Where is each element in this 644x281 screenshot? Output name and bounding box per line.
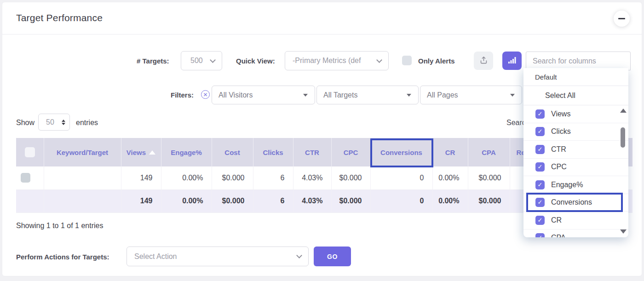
cell-cr: 0.00% xyxy=(432,166,468,189)
checked-checkbox-icon[interactable]: ✓ xyxy=(535,233,545,237)
visitors-filter-value: All Visitors xyxy=(212,91,303,99)
chevron-down-icon xyxy=(210,57,216,63)
column-header-ctr[interactable]: CTR xyxy=(293,138,331,166)
chevron-down-icon xyxy=(296,252,302,258)
column-header-views[interactable]: Views xyxy=(121,138,161,166)
totals-cpc: $0.000 xyxy=(331,189,370,212)
column-header-cpc[interactable]: CPC xyxy=(331,138,370,166)
checked-checkbox-icon[interactable]: ✓ xyxy=(535,145,545,154)
caret-down-icon xyxy=(510,94,515,97)
targets-filter-value: All Targets xyxy=(317,91,407,99)
page-length-spinner[interactable]: 50 xyxy=(38,114,70,131)
totals-cr: 0.00% xyxy=(432,189,468,212)
export-upload-icon xyxy=(479,56,488,66)
menu-item-clicks[interactable]: ✓ Clicks xyxy=(523,123,628,141)
menu-preset-item[interactable]: Default xyxy=(523,68,628,86)
pages-filter-value: All Pages xyxy=(420,91,510,99)
totals-cost: $0.000 xyxy=(212,189,253,212)
checked-checkbox-icon[interactable]: ✓ xyxy=(535,109,545,119)
menu-item-conversions[interactable]: ✓ Conversions xyxy=(523,194,628,212)
cell-conversions: 0 xyxy=(370,166,432,189)
checked-checkbox-icon[interactable]: ✓ xyxy=(535,180,545,189)
targets-count-label: # Targets: xyxy=(137,57,169,65)
show-label: Show xyxy=(16,119,34,127)
checked-checkbox-icon[interactable]: ✓ xyxy=(535,127,545,136)
menu-item-cpa[interactable]: ✓ CPA xyxy=(523,229,628,238)
filters-label: Filters: xyxy=(171,91,194,99)
quick-view-label: Quick View: xyxy=(236,57,275,65)
cell-cpa: $0.000 xyxy=(468,166,510,189)
targets-filter-select[interactable]: All Targets xyxy=(316,86,419,104)
menu-select-all-item[interactable]: Select All xyxy=(523,86,628,105)
column-header-clicks[interactable]: Clicks xyxy=(253,138,293,166)
action-select-value: Select Action xyxy=(127,252,293,261)
only-alerts-checkbox[interactable] xyxy=(402,56,412,65)
row-checkbox[interactable] xyxy=(21,173,30,183)
cell-views: 149 xyxy=(121,166,161,189)
table-search-label: Searc xyxy=(506,119,526,127)
caret-down-icon xyxy=(407,94,411,97)
title-bar: Target Performance xyxy=(2,2,642,34)
row-select-cell xyxy=(16,166,44,189)
cell-clicks: 6 xyxy=(253,166,293,189)
column-header-conversions[interactable]: Conversions xyxy=(370,138,432,166)
entries-label: entries xyxy=(76,119,98,127)
menu-item-cpc[interactable]: ✓ CPC xyxy=(523,159,628,177)
scroll-down-icon[interactable] xyxy=(620,229,627,234)
bar-chart-icon xyxy=(508,57,516,65)
scrollbar-thumb[interactable] xyxy=(621,127,625,148)
perform-actions-label: Perform Actions for Targets: xyxy=(16,253,109,261)
chart-view-button[interactable] xyxy=(502,52,522,70)
quick-view-select[interactable]: -Primary Metrics (def xyxy=(285,51,389,70)
spinner-arrows-icon xyxy=(62,120,65,125)
menu-item-views[interactable]: ✓ Views xyxy=(523,105,628,123)
column-header-cost[interactable]: Cost xyxy=(212,138,253,166)
column-search-input[interactable] xyxy=(526,52,631,70)
column-chooser-menu: Default Select All ✓ Views ✓ Clicks ✓ CT… xyxy=(523,68,628,237)
clear-filters-icon[interactable]: ✕ xyxy=(201,90,210,99)
header-select-all-cell xyxy=(16,138,44,166)
pages-filter-select[interactable]: All Pages xyxy=(420,86,522,104)
sort-ascending-icon xyxy=(149,150,155,155)
caret-down-icon xyxy=(303,94,308,97)
only-alerts-label: Only Alerts xyxy=(418,57,454,65)
menu-scrollbar[interactable] xyxy=(620,107,626,235)
cell-cpc: $0.000 xyxy=(331,166,370,189)
totals-ctr: 4.03% xyxy=(293,189,331,212)
totals-clicks: 6 xyxy=(253,189,293,212)
cell-ctr: 4.03% xyxy=(293,166,331,189)
cell-keyword xyxy=(44,166,121,189)
menu-item-cr[interactable]: ✓ CR xyxy=(523,212,628,229)
minus-icon xyxy=(618,18,625,19)
menu-item-engage[interactable]: ✓ Engage% xyxy=(523,176,628,194)
cell-engage: 0.00% xyxy=(161,166,212,189)
visitors-filter-select[interactable]: All Visitors xyxy=(212,86,315,104)
checked-checkbox-icon[interactable]: ✓ xyxy=(535,216,545,225)
action-select[interactable]: Select Action xyxy=(126,247,309,266)
column-header-cr[interactable]: CR xyxy=(432,138,468,166)
menu-item-ctr[interactable]: ✓ CTR xyxy=(523,141,628,159)
page-title: Target Performance xyxy=(16,12,103,23)
targets-count-select[interactable]: 500 xyxy=(181,51,222,70)
totals-select-cell xyxy=(16,189,44,212)
showing-entries-text: Showing 1 to 1 of 1 entries xyxy=(16,222,103,230)
totals-cpa: $0.000 xyxy=(468,189,510,212)
scroll-up-icon[interactable] xyxy=(620,109,627,113)
totals-keyword xyxy=(44,189,121,212)
checked-checkbox-icon[interactable]: ✓ xyxy=(535,162,545,172)
go-button[interactable]: GO xyxy=(314,247,351,266)
column-header-engage[interactable]: Engage% xyxy=(161,138,212,166)
targets-count-value: 500 xyxy=(181,57,207,65)
chevron-down-icon xyxy=(376,57,382,63)
quick-view-value: -Primary Metrics (def xyxy=(285,57,374,65)
column-header-keyword[interactable]: Keyword/Target xyxy=(44,138,121,166)
totals-engage: 0.00% xyxy=(161,189,212,212)
column-header-cpa[interactable]: CPA xyxy=(468,138,510,166)
export-button[interactable] xyxy=(474,52,493,70)
checked-checkbox-icon[interactable]: ✓ xyxy=(535,198,545,207)
page-length-value: 50 xyxy=(39,118,62,126)
totals-views: 149 xyxy=(121,189,161,212)
select-all-rows-checkbox[interactable] xyxy=(25,147,35,157)
totals-conversions: 0 xyxy=(370,189,432,212)
collapse-panel-button[interactable] xyxy=(614,11,630,27)
